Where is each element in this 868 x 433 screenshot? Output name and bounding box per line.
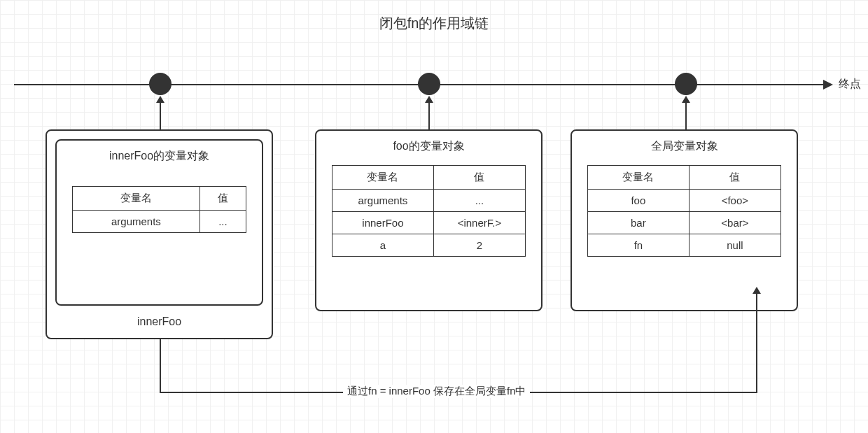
var-value: null: [689, 234, 780, 257]
innerfoo-col-name: 变量名: [73, 187, 200, 211]
foo-scope-box: foo的变量对象 变量名 值 arguments ... innerFoo <i…: [315, 129, 542, 311]
var-name: foo: [588, 190, 690, 212]
foo-col-name: 变量名: [332, 166, 434, 190]
node-global: [675, 73, 697, 95]
var-name: arguments: [73, 211, 200, 233]
innerfoo-scope-title: innerFoo的变量对象: [57, 141, 262, 172]
node-foo: [418, 73, 440, 95]
arrow-global-to-node: [685, 101, 687, 129]
foo-var-table: 变量名 值 arguments ... innerFoo <innerF.> a…: [332, 165, 526, 257]
connector-up-right: [756, 292, 757, 392]
table-row: bar <bar>: [588, 212, 781, 234]
innerfoo-footer: innerFoo: [47, 306, 272, 335]
var-name: bar: [588, 212, 690, 234]
global-scope-box: 全局变量对象 变量名 值 foo <foo> bar <bar> fn null: [570, 129, 798, 311]
connector-down-left: [160, 339, 161, 392]
var-value: ...: [200, 211, 246, 233]
table-row: innerFoo <innerF.>: [332, 212, 526, 234]
diagram-title: 闭包fn的作用域链: [379, 14, 489, 33]
arrow-innerfoo-to-node: [160, 101, 161, 129]
var-value: <bar>: [689, 212, 780, 234]
connector-label: 通过fn = innerFoo 保存在全局变量fn中: [343, 385, 530, 398]
table-row: a 2: [332, 234, 526, 257]
table-row: arguments ...: [332, 190, 526, 212]
innerfoo-outer-box: innerFoo的变量对象 变量名 值 arguments ... innerF…: [46, 129, 273, 339]
table-row: foo <foo>: [588, 190, 781, 212]
var-value: 2: [433, 234, 525, 257]
innerfoo-scope-box: innerFoo的变量对象 变量名 值 arguments ...: [55, 139, 263, 306]
global-col-name: 变量名: [588, 166, 690, 190]
var-name: arguments: [332, 190, 434, 212]
global-scope-title: 全局变量对象: [572, 131, 797, 162]
var-name: innerFoo: [332, 212, 434, 234]
endpoint-label: 终点: [839, 77, 861, 92]
var-name: a: [332, 234, 434, 257]
innerfoo-var-table: 变量名 值 arguments ...: [72, 186, 246, 233]
innerfoo-col-value: 值: [200, 187, 246, 211]
node-innerfoo: [149, 73, 172, 95]
foo-col-value: 值: [433, 166, 525, 190]
foo-scope-title: foo的变量对象: [316, 131, 541, 162]
var-name: fn: [588, 234, 690, 257]
table-row: fn null: [588, 234, 781, 257]
table-row: arguments ...: [73, 211, 246, 233]
var-value: <foo>: [689, 190, 780, 212]
global-col-value: 值: [689, 166, 780, 190]
global-var-table: 变量名 值 foo <foo> bar <bar> fn null: [587, 165, 781, 257]
connector-arrowhead: [752, 287, 761, 294]
var-value: ...: [433, 190, 525, 212]
var-value: <innerF.>: [433, 212, 525, 234]
arrow-foo-to-node: [428, 101, 430, 129]
